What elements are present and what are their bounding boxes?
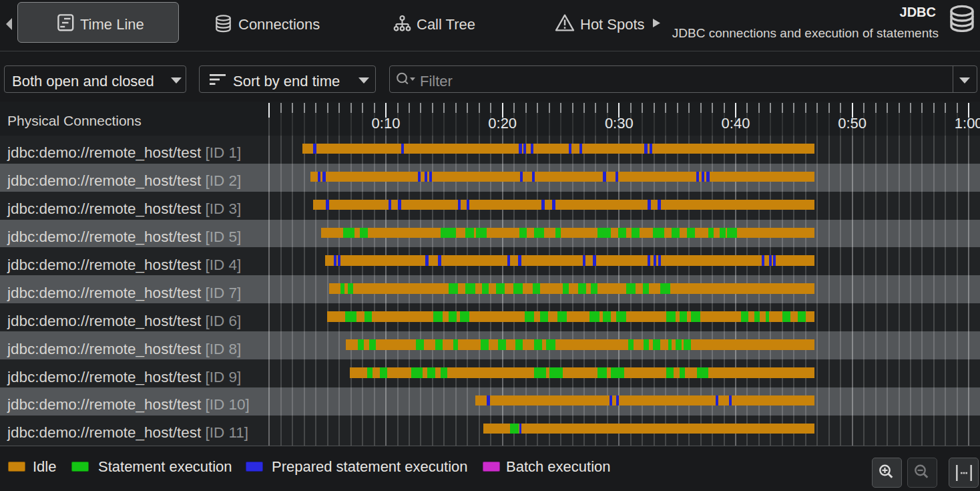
svg-text:1:00: 1:00 [955, 115, 980, 132]
svg-text:jdbc:demo://remote_host/test [: jdbc:demo://remote_host/test [ID 6] [7, 313, 241, 329]
svg-text:jdbc:demo://remote_host/test [: jdbc:demo://remote_host/test [ID 7] [7, 285, 241, 301]
svg-text:0:20: 0:20 [488, 115, 517, 132]
svg-text:jdbc:demo://remote_host/test [: jdbc:demo://remote_host/test [ID 3] [7, 200, 241, 217]
svg-text:0:40: 0:40 [722, 115, 750, 132]
svg-text:0:50: 0:50 [838, 115, 867, 132]
svg-text:jdbc:demo://remote_host/test [: jdbc:demo://remote_host/test [ID 11] [7, 424, 248, 441]
svg-text:jdbc:demo://remote_host/test [: jdbc:demo://remote_host/test [ID 4] [7, 257, 241, 273]
svg-text:Physical Connections: Physical Connections [7, 113, 142, 128]
svg-text:jdbc:demo://remote_host/test [: jdbc:demo://remote_host/test [ID 10] [7, 396, 250, 413]
svg-text:jdbc:demo://remote_host/test [: jdbc:demo://remote_host/test [ID 9] [7, 369, 241, 385]
svg-text:0:10: 0:10 [372, 115, 401, 132]
svg-text:jdbc:demo://remote_host/test [: jdbc:demo://remote_host/test [ID 1] [7, 144, 241, 161]
svg-text:jdbc:demo://remote_host/test [: jdbc:demo://remote_host/test [ID 8] [7, 341, 241, 357]
svg-text:jdbc:demo://remote_host/test [: jdbc:demo://remote_host/test [ID 2] [7, 172, 241, 189]
svg-text:jdbc:demo://remote_host/test [: jdbc:demo://remote_host/test [ID 5] [7, 228, 241, 245]
svg-text:0:30: 0:30 [605, 115, 634, 132]
